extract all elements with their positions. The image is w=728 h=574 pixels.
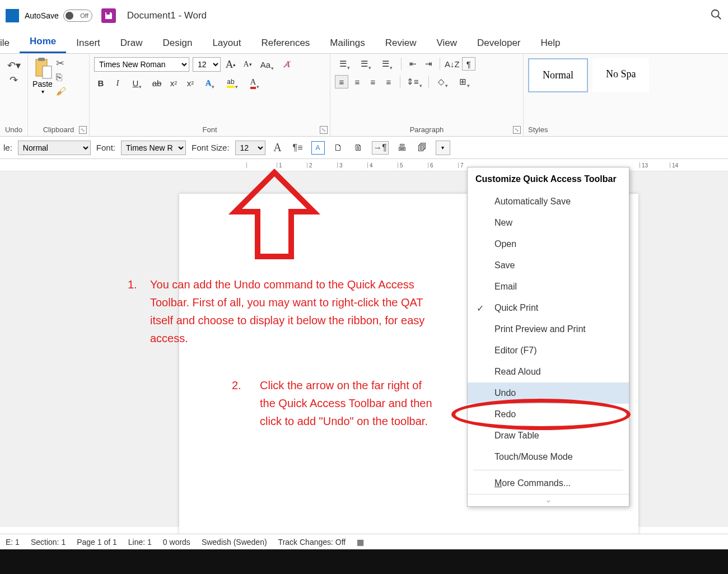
tab-home[interactable]: Home	[20, 31, 66, 53]
bold-button[interactable]: B	[94, 76, 108, 90]
qat-textbox-icon[interactable]: A	[311, 141, 325, 155]
font-label: Font:	[96, 143, 115, 152]
clear-formatting-icon[interactable]: A̸	[280, 58, 293, 71]
dropdown-item-automatically-save[interactable]: Automatically Save	[468, 191, 629, 212]
show-marks-button[interactable]: ¶	[462, 57, 475, 71]
tab-draw[interactable]: Draw	[110, 33, 153, 53]
copy-icon[interactable]: ⎘	[56, 72, 66, 83]
sort-button[interactable]: A↓Z	[445, 57, 460, 71]
status-language[interactable]: Swedish (Sweden)	[202, 538, 267, 547]
change-case-button[interactable]: Aa▾	[258, 58, 277, 71]
dropdown-more-commands[interactable]: More Commands...	[468, 473, 629, 494]
font-select[interactable]: Times New R	[121, 141, 186, 155]
dropdown-header: Customize Quick Access Toolbar	[468, 167, 629, 191]
font-size-select[interactable]: 12	[193, 57, 221, 72]
save-icon[interactable]	[101, 8, 116, 23]
tab-insert[interactable]: Insert	[66, 33, 110, 53]
multilevel-button[interactable]: ☰▾	[377, 57, 396, 71]
dropdown-item-new[interactable]: New	[468, 212, 629, 234]
qat-pilcrow-icon[interactable]: →¶	[372, 141, 389, 155]
taskbar	[0, 549, 728, 574]
style-label: le:	[3, 143, 12, 152]
tab-review[interactable]: Review	[375, 33, 427, 53]
font-color-button[interactable]: A▾	[245, 76, 264, 90]
tab-developer[interactable]: Developer	[467, 33, 531, 53]
status-words[interactable]: 0 words	[163, 538, 190, 547]
toggle-switch[interactable]: Off	[63, 10, 92, 22]
status-line[interactable]: Line: 1	[128, 538, 152, 547]
font-name-select[interactable]: Times New Roman	[94, 57, 189, 72]
status-e[interactable]: E: 1	[6, 538, 20, 547]
qat-font-icon[interactable]: A	[271, 141, 284, 155]
paste-button[interactable]: Paste ▾	[32, 57, 53, 97]
tab-view[interactable]: View	[426, 33, 467, 53]
font-launcher[interactable]: ⤡	[320, 126, 328, 134]
style-no-spacing[interactable]: No Spa	[592, 58, 650, 92]
customize-qat-menu: Customize Quick Access Toolbar Automatic…	[467, 167, 629, 507]
qat-doc-icon[interactable]: 🗐	[416, 141, 429, 155]
qat-page2-icon[interactable]: 🗎	[352, 141, 365, 155]
svg-point-0	[712, 10, 719, 17]
title-bar: AutoSave Off Document1 - Word	[0, 0, 728, 31]
undo-group: ↶▾ ↷ Undo	[0, 54, 28, 136]
subscript-button[interactable]: x2	[167, 76, 180, 90]
increase-font-icon[interactable]: A▴	[224, 58, 237, 71]
paragraph-launcher[interactable]: ⤡	[513, 126, 521, 134]
tab-design[interactable]: Design	[152, 33, 202, 53]
instruction-1-number: 1.	[128, 276, 137, 293]
status-macro-icon[interactable]: ▦	[357, 538, 364, 547]
tab-file[interactable]: ile	[0, 33, 20, 53]
qat-print-icon[interactable]: 🖶	[395, 141, 409, 155]
app-icon	[6, 9, 19, 22]
tab-references[interactable]: References	[251, 33, 320, 53]
qat-customize-dropdown[interactable]: ▾	[436, 141, 450, 155]
dropdown-item-save[interactable]: Save	[468, 255, 629, 276]
autosave-toggle[interactable]: AutoSave Off	[25, 10, 92, 22]
size-select[interactable]: 12	[235, 141, 265, 155]
numbering-button[interactable]: ☰▾	[356, 57, 375, 71]
qat-page-icon[interactable]: 🗋	[332, 141, 345, 155]
undo-button[interactable]: ↶▾	[7, 59, 21, 72]
tab-mailings[interactable]: Mailings	[320, 33, 375, 53]
bullets-button[interactable]: ☰▾	[335, 57, 354, 71]
font-group-label: Font	[94, 123, 325, 136]
redo-button[interactable]: ↷	[10, 74, 18, 86]
superscript-button[interactable]: x2	[184, 76, 197, 90]
dropdown-item-print-preview-and-print[interactable]: Print Preview and Print	[468, 319, 629, 340]
style-normal[interactable]: Normal	[528, 58, 588, 92]
highlight-button[interactable]: ab▾	[223, 76, 242, 90]
increase-indent-button[interactable]: ⇥	[422, 57, 435, 71]
status-page[interactable]: Page 1 of 1	[77, 538, 117, 547]
italic-button[interactable]: I	[111, 76, 124, 90]
underline-button[interactable]: U▾	[128, 76, 147, 90]
dropdown-item-touch-mouse-mode[interactable]: Touch/Mouse Mode	[468, 446, 629, 468]
ribbon: ↶▾ ↷ Undo Paste ▾ ✂ ⎘ 🖌 Clipboard ⤡ Time…	[0, 54, 728, 137]
shading-button[interactable]: ◇▾	[433, 75, 452, 88]
dropdown-item-open[interactable]: Open	[468, 234, 629, 255]
dropdown-item-quick-print[interactable]: ✓Quick Print	[468, 297, 629, 319]
align-right-button[interactable]: ≡	[366, 75, 380, 88]
format-painter-icon[interactable]: 🖌	[56, 86, 66, 97]
dropdown-item-read-aloud[interactable]: Read Aloud	[468, 361, 629, 382]
decrease-indent-button[interactable]: ⇤	[406, 57, 419, 71]
status-track-changes[interactable]: Track Changes: Off	[278, 538, 346, 547]
clipboard-launcher[interactable]: ⤡	[79, 126, 87, 134]
cut-icon[interactable]: ✂	[56, 57, 66, 69]
line-spacing-button[interactable]: ⇕≡▾	[405, 75, 424, 88]
style-select[interactable]: Normal	[18, 141, 91, 155]
qat-paragraph-icon[interactable]: ¶≡	[291, 141, 305, 155]
dropdown-item-editor-f7-[interactable]: Editor (F7)	[468, 340, 629, 361]
strikethrough-button[interactable]: ab	[150, 76, 164, 90]
align-center-button[interactable]: ≡	[351, 75, 364, 88]
dropdown-expand-icon[interactable]: ⌵	[468, 494, 629, 506]
dropdown-item-email[interactable]: Email	[468, 276, 629, 297]
tab-help[interactable]: Help	[531, 33, 571, 53]
borders-button[interactable]: ⊞▾	[455, 75, 474, 88]
status-section[interactable]: Section: 1	[31, 538, 66, 547]
tab-layout[interactable]: Layout	[202, 33, 251, 53]
decrease-font-icon[interactable]: A▾	[241, 58, 254, 71]
justify-button[interactable]: ≡	[382, 75, 395, 88]
text-effects-button[interactable]: A▾	[200, 76, 220, 90]
align-left-button[interactable]: ≡	[335, 75, 348, 88]
search-icon[interactable]	[710, 8, 722, 24]
